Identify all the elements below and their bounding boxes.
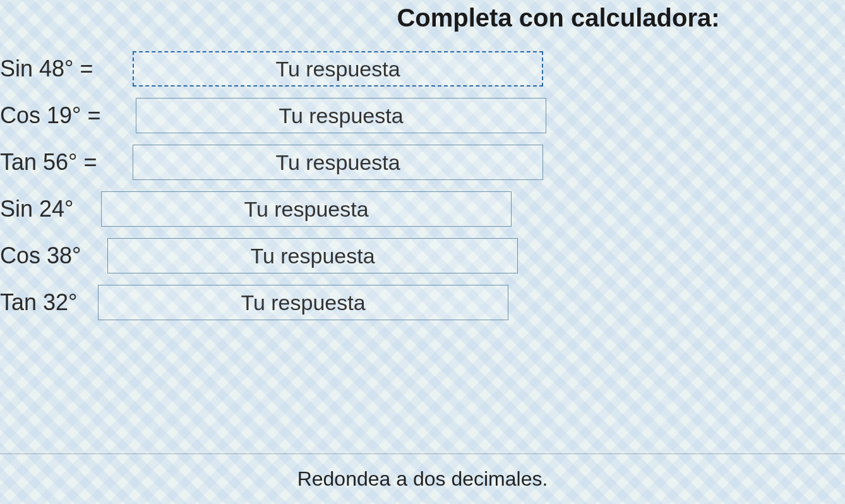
question-rows: Sin 48° = Tu respuestaCos 19° = Tu respu…: [0, 51, 845, 320]
page-title: Completa con calculadora:: [0, 0, 845, 51]
footer-instruction: Redondea a dos decimales.: [0, 467, 845, 491]
question-label: Cos 38°: [0, 243, 107, 269]
question-label: Cos 19° =: [0, 102, 136, 129]
answer-input[interactable]: Tu respuesta: [98, 285, 508, 320]
question-row: Cos 19° = Tu respuesta: [0, 98, 845, 133]
answer-input[interactable]: Tu respuesta: [107, 238, 518, 273]
question-row: Sin 48° = Tu respuesta: [0, 51, 845, 87]
answer-input[interactable]: Tu respuesta: [133, 145, 543, 180]
answer-input[interactable]: Tu respuesta: [136, 98, 546, 133]
question-label: Tan 32°: [0, 289, 98, 316]
question-label: Tan 56° =: [0, 149, 133, 176]
question-row: Cos 38°Tu respuesta: [0, 238, 845, 273]
question-label: Sin 24°: [0, 196, 101, 222]
question-row: Sin 24°Tu respuesta: [0, 191, 845, 227]
question-row: Tan 32°Tu respuesta: [0, 285, 845, 320]
question-row: Tan 56° = Tu respuesta: [0, 145, 845, 180]
answer-input[interactable]: Tu respuesta: [101, 191, 512, 227]
question-label: Sin 48° =: [0, 56, 133, 82]
divider: [0, 453, 845, 454]
answer-input[interactable]: Tu respuesta: [133, 51, 543, 87]
